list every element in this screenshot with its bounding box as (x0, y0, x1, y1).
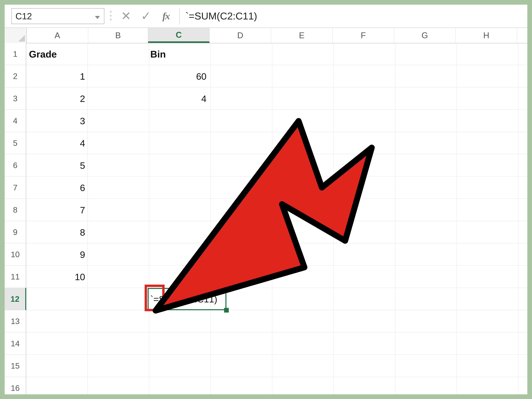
row-header[interactable]: 16 (5, 377, 26, 394)
cell-value: 8 (80, 227, 85, 238)
cell-value: 5 (80, 160, 85, 171)
check-icon: ✓ (141, 9, 151, 23)
row-header[interactable]: 12 (5, 288, 26, 310)
column-letter: E (299, 31, 304, 40)
fx-icon: fx (162, 10, 169, 22)
cell-A7[interactable]: 6 (26, 177, 88, 199)
cell-C3[interactable]: 4 (148, 88, 209, 110)
cell-value: 6 (80, 182, 85, 193)
enter-button[interactable]: ✓ (136, 8, 156, 25)
name-box-value: C12 (15, 11, 32, 21)
column-headers: A B C D E F G H (5, 28, 527, 43)
cell-value: 10 (196, 272, 207, 282)
row-header[interactable]: 8 (5, 199, 26, 221)
row-header[interactable]: 10 (5, 243, 26, 266)
column-letter: G (422, 31, 428, 40)
row-header[interactable]: 11 (5, 266, 26, 288)
row-header[interactable]: 6 (5, 154, 26, 177)
row-header[interactable]: 13 (5, 310, 26, 332)
cancel-button[interactable]: ✕ (116, 8, 136, 25)
cell-value: 9 (80, 249, 85, 260)
cell-C2[interactable]: 60 (148, 65, 209, 88)
cell-value: Grade (29, 49, 57, 60)
cell-value: 4 (201, 93, 207, 104)
cell-value: 4 (80, 138, 85, 149)
row-header[interactable]: 2 (5, 65, 26, 88)
row-header[interactable]: 4 (5, 110, 26, 132)
cells-area[interactable]: GradeBin1234567891060410`=SUM(C2:C11) (26, 43, 527, 394)
formula-bar: C12 ⋮ ✕ ✓ fx `=SUM(C2:C11) (5, 5, 527, 28)
column-header[interactable]: C (148, 28, 210, 43)
cell-C12[interactable]: `=SUM(C2:C11) (148, 288, 295, 310)
cell-A11[interactable]: 10 (26, 266, 88, 288)
column-header[interactable]: H (456, 28, 517, 43)
cell-A3[interactable]: 2 (26, 88, 88, 110)
cell-value: Bin (150, 49, 166, 60)
spreadsheet-window: C12 ⋮ ✕ ✓ fx `=SUM(C2:C11) (5, 5, 527, 394)
cell-value: 2 (80, 93, 85, 104)
insert-function-button[interactable]: fx (156, 8, 176, 25)
cell-A9[interactable]: 8 (26, 221, 88, 243)
cell-value: 3 (80, 115, 85, 126)
column-header[interactable]: B (88, 28, 148, 43)
column-header[interactable]: D (210, 28, 271, 43)
cell-A10[interactable]: 9 (26, 243, 88, 266)
column-header[interactable]: G (394, 28, 456, 43)
cell-C11[interactable]: 10 (148, 266, 209, 288)
column-header[interactable]: F (333, 28, 394, 43)
row-header[interactable]: 5 (5, 132, 26, 154)
grid[interactable]: A B C D E F G H 12345678910111213141516 … (5, 28, 527, 394)
cell-A8[interactable]: 7 (26, 199, 88, 221)
row-header[interactable]: 7 (5, 177, 26, 199)
formula-input[interactable]: `=SUM(C2:C11) (179, 8, 523, 24)
column-letter: F (361, 31, 366, 40)
column-letter: C (176, 30, 182, 40)
cell-A4[interactable]: 3 (26, 110, 88, 132)
cell-A1[interactable]: Grade (26, 43, 88, 65)
cell-C1[interactable]: Bin (148, 43, 209, 65)
row-header[interactable]: 9 (5, 221, 26, 243)
row-header[interactable]: 1 (5, 43, 26, 65)
row-header[interactable]: 14 (5, 332, 26, 355)
select-all-corner[interactable] (5, 28, 27, 43)
name-box[interactable]: C12 (11, 8, 104, 24)
column-header[interactable]: A (27, 28, 88, 43)
chevron-down-icon[interactable] (95, 11, 100, 21)
formula-text: `=SUM(C2:C11) (185, 10, 257, 22)
column-header[interactable]: E (271, 28, 333, 43)
cancel-icon: ✕ (121, 9, 131, 23)
svg-marker-0 (95, 16, 100, 19)
cell-value: `=SUM(C2:C11) (150, 294, 217, 304)
column-letter: H (483, 31, 489, 40)
column-letter: D (237, 31, 243, 40)
cell-value: 10 (75, 272, 85, 282)
row-header[interactable]: 3 (5, 88, 26, 110)
separator-dots: ⋮ (104, 12, 116, 20)
cell-A6[interactable]: 5 (26, 154, 88, 177)
cell-A5[interactable]: 4 (26, 132, 88, 154)
column-letter: B (115, 31, 121, 40)
cell-value: 1 (80, 71, 85, 82)
row-headers: 12345678910111213141516 (5, 43, 26, 394)
cell-value: 7 (80, 205, 85, 215)
cell-A2[interactable]: 1 (26, 65, 88, 88)
cell-value: 60 (196, 71, 207, 82)
row-header[interactable]: 15 (5, 355, 26, 377)
column-letter: A (55, 31, 60, 40)
